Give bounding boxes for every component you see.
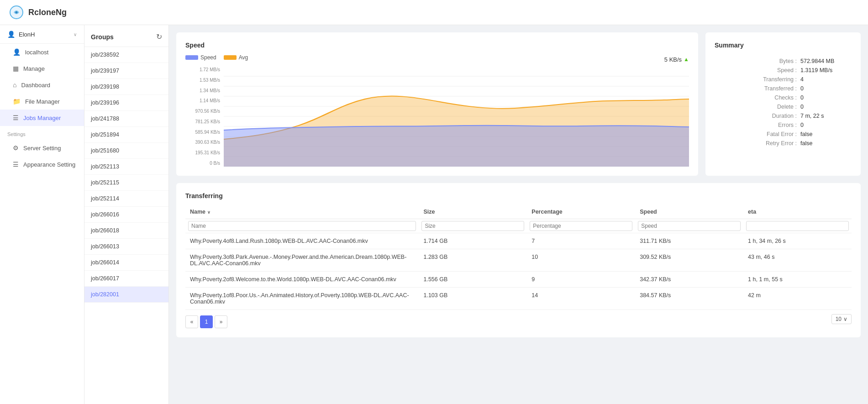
table-header: Name ∨ Size Percentage Speed eta [185, 205, 852, 219]
summary-value: 1.3119 MB/s [797, 67, 852, 73]
page-size-chevron: ∨ [843, 316, 847, 322]
sidebar-item-server-setting[interactable]: ⚙ Server Setting [0, 140, 84, 156]
cell-size: 1.556 GB [419, 272, 527, 288]
sidebar-item-file-manager[interactable]: 📁 File Manager [0, 93, 84, 110]
summary-value: 0 [797, 85, 852, 92]
y-label-4: 970.56 KB/s [185, 109, 220, 114]
grid-icon: ▦ [13, 65, 19, 72]
current-speed: 5 KB/s ▲ [664, 56, 689, 63]
chart-container: 1.72 MB/s 1.53 MB/s 1.34 MB/s 1.14 MB/s … [185, 66, 689, 167]
cell-eta: 1 h, 1 m, 55 s [743, 272, 852, 288]
legend-avg-label: Avg [239, 54, 248, 61]
table-row: Why.Poverty.4of8.Land.Rush.1080p.WEB-DL.… [185, 233, 852, 249]
group-item-job266016[interactable]: job/266016 [84, 207, 168, 223]
group-item-job239196[interactable]: job/239196 [84, 95, 168, 111]
filter-speed-input[interactable] [638, 221, 741, 231]
filter-name-input[interactable] [188, 221, 416, 231]
sidebar-item-jobs-manager[interactable]: ☰ Jobs Manager [0, 110, 84, 126]
next-page-button[interactable]: » [215, 315, 227, 328]
filter-size-input[interactable] [421, 221, 524, 231]
cell-percentage: 10 [527, 249, 635, 272]
summary-label: Transferring : [747, 76, 797, 83]
y-label-5: 781.25 KB/s [185, 119, 220, 124]
cell-speed: 342.37 KB/s [635, 272, 743, 288]
user-icon: 👤 [7, 31, 15, 38]
summary-label: Transferred : [747, 85, 797, 92]
list-icon: ☰ [13, 114, 19, 121]
filter-percentage-input[interactable] [530, 221, 632, 231]
sidebar-item-appearance-setting[interactable]: ☰ Appearance Setting [0, 156, 84, 173]
cell-percentage: 14 [527, 288, 635, 310]
y-label-7: 390.63 KB/s [185, 140, 220, 145]
app-logo [9, 5, 24, 20]
group-item-job252113[interactable]: job/252113 [84, 159, 168, 175]
legend-speed-label: Speed [200, 54, 216, 61]
user-name: ElonH [19, 31, 35, 38]
sidebar-item-label: Server Setting [23, 145, 61, 152]
sidebar-item-dashboard[interactable]: ⌂ Dashboard [0, 77, 84, 93]
gear-icon: ⚙ [13, 144, 19, 152]
folder-icon: 📁 [13, 98, 21, 105]
page-size-value: 10 [836, 316, 842, 322]
prev-page-button[interactable]: « [185, 315, 198, 328]
summary-label: Delete : [747, 104, 797, 110]
y-label-9: 0 B/s [185, 161, 220, 166]
cell-speed: 309.52 KB/s [635, 249, 743, 272]
group-item-job282001[interactable]: job/282001 [84, 287, 168, 303]
y-label-2: 1.34 MB/s [185, 88, 220, 93]
transferring-card: Transferring Name ∨ Size Percentage Spee… [176, 183, 861, 337]
summary-value: 0 [797, 104, 852, 110]
sidebar-item-manage[interactable]: ▦ Manage [0, 60, 84, 77]
cell-name: Why.Poverty.2of8.Welcome.to.the.World.10… [185, 272, 419, 288]
group-item-job266014[interactable]: job/266014 [84, 255, 168, 271]
page-size-selector[interactable]: 10 ∨ [831, 314, 852, 324]
group-item-job251680[interactable]: job/251680 [84, 143, 168, 159]
speed-area [224, 126, 689, 167]
speed-chart-svg [224, 66, 689, 167]
summary-row: Duration :7 m, 22 s [715, 113, 852, 119]
cell-size: 1.714 GB [419, 233, 527, 249]
group-item-job241788[interactable]: job/241788 [84, 111, 168, 127]
user-menu[interactable]: 👤 ElonH ∨ [0, 25, 84, 44]
page-1-button[interactable]: 1 [200, 315, 213, 328]
group-item-job251894[interactable]: job/251894 [84, 127, 168, 143]
group-item-job266018[interactable]: job/266018 [84, 223, 168, 239]
group-item-job239197[interactable]: job/239197 [84, 63, 168, 79]
cards-row: Speed Speed Avg 5 KB/s ▲ [176, 32, 861, 176]
y-axis-labels: 1.72 MB/s 1.53 MB/s 1.34 MB/s 1.14 MB/s … [185, 66, 222, 167]
group-item-job252115[interactable]: job/252115 [84, 175, 168, 191]
group-item-job238592[interactable]: job/238592 [84, 47, 168, 63]
cell-eta: 1 h, 34 m, 26 s [743, 233, 852, 249]
transferring-title: Transferring [185, 192, 852, 199]
sidebar-item-label: File Manager [25, 98, 60, 105]
summary-label: Speed : [747, 67, 797, 73]
group-item-job239198[interactable]: job/239198 [84, 79, 168, 95]
summary-label: Duration : [747, 113, 797, 119]
y-label-3: 1.14 MB/s [185, 98, 220, 103]
pagination: « 1 » [185, 315, 227, 328]
summary-value: false [797, 140, 852, 147]
summary-row: Bytes :572.9844 MB [715, 58, 852, 64]
sidebar-item-label: Dashboard [21, 82, 50, 89]
refresh-button[interactable]: ↻ [156, 32, 162, 41]
summary-row: Checks :0 [715, 94, 852, 101]
chart-legend: Speed Avg [185, 54, 248, 61]
pagination-row: « 1 » 10 ∨ [185, 310, 852, 328]
summary-value: 572.9844 MB [797, 58, 852, 64]
chevron-down-icon: ∨ [74, 32, 77, 37]
filter-eta-input[interactable] [746, 221, 849, 231]
group-item-job252114[interactable]: job/252114 [84, 191, 168, 207]
col-name: Name ∨ [185, 205, 419, 219]
group-item-job266017[interactable]: job/266017 [84, 271, 168, 287]
cell-name: Why.Poverty.4of8.Land.Rush.1080p.WEB-DL.… [185, 233, 419, 249]
sidebar-item-label: Jobs Manager [23, 115, 61, 121]
summary-title: Summary [715, 42, 852, 49]
group-item-job266013[interactable]: job/266013 [84, 239, 168, 255]
table-row: Why.Poverty.3of8.Park.Avenue.-.Money.Pow… [185, 249, 852, 272]
groups-panel: Groups ↻ job/238592job/239197job/239198j… [84, 25, 169, 404]
col-percentage: Percentage [527, 205, 635, 219]
cell-size: 1.283 GB [419, 249, 527, 272]
summary-row: Transferring :4 [715, 76, 852, 83]
settings-section-label: Settings [0, 126, 84, 140]
sidebar-item-localhost[interactable]: 👤 localhost [0, 44, 84, 60]
